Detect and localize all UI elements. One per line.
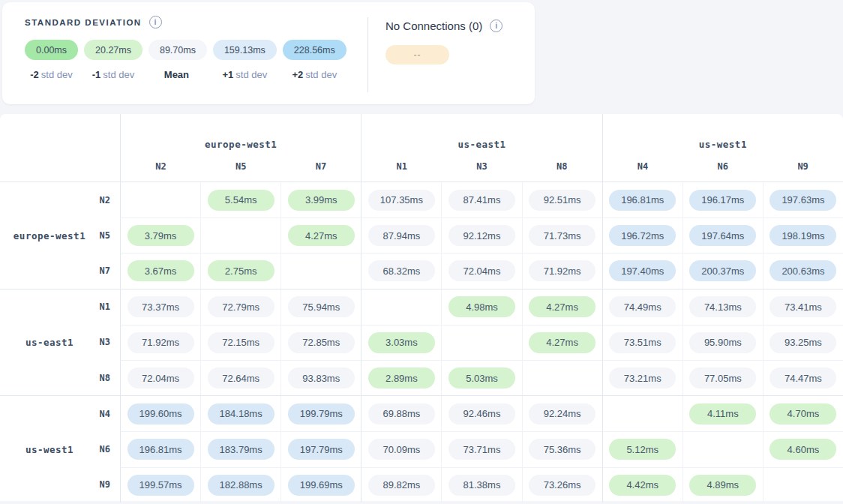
latency-pill: 87.41ms	[448, 190, 515, 211]
latency-cell[interactable]: 200.37ms	[682, 253, 763, 288]
latency-cell[interactable]	[682, 431, 763, 466]
latency-cell[interactable]: 196.17ms	[682, 182, 763, 218]
latency-cell[interactable]: 87.94ms	[361, 218, 441, 253]
latency-cell[interactable]: 2.89ms	[361, 360, 441, 395]
latency-pill: 5.54ms	[208, 190, 274, 211]
latency-cell[interactable]: 71.92ms	[120, 325, 200, 360]
latency-cell[interactable]: 72.85ms	[280, 325, 361, 360]
latency-cell[interactable]: 197.40ms	[602, 253, 682, 288]
latency-cell[interactable]: 200.63ms	[763, 253, 843, 288]
latency-cell[interactable]: 4.42ms	[602, 467, 682, 502]
latency-cell[interactable]: 196.81ms	[120, 431, 200, 466]
latency-cell[interactable]: 73.41ms	[763, 290, 843, 325]
latency-cell[interactable]: 73.21ms	[602, 360, 682, 395]
latency-cell[interactable]	[280, 253, 361, 288]
latency-cell[interactable]: 72.64ms	[200, 360, 280, 395]
latency-cell[interactable]: 92.46ms	[441, 396, 521, 431]
column-region-label: us-west1	[603, 139, 843, 150]
latency-pill: 92.46ms	[448, 404, 515, 424]
latency-cell[interactable]: 71.73ms	[522, 218, 602, 253]
latency-cell[interactable]	[361, 290, 441, 325]
latency-pill: 197.40ms	[609, 260, 676, 281]
latency-cell[interactable]: 4.27ms	[522, 325, 602, 360]
latency-cell[interactable]: 75.94ms	[280, 290, 361, 325]
latency-cell[interactable]: 199.57ms	[120, 467, 200, 502]
latency-cell[interactable]: 93.25ms	[763, 325, 843, 360]
latency-cell[interactable]: 81.38ms	[441, 467, 521, 502]
latency-cell[interactable]: 72.04ms	[120, 360, 200, 395]
latency-cell[interactable]: 72.15ms	[200, 325, 280, 360]
latency-cell[interactable]: 4.11ms	[682, 396, 763, 431]
latency-cell[interactable]: 107.35ms	[361, 182, 441, 218]
latency-cell[interactable]: 74.13ms	[682, 290, 763, 325]
latency-cell[interactable]: 4.27ms	[522, 290, 602, 325]
row-region-label: us-east1	[0, 337, 99, 348]
latency-cell[interactable]	[120, 182, 200, 218]
latency-cell[interactable]: 70.09ms	[361, 431, 441, 466]
latency-cell[interactable]: 73.37ms	[120, 290, 200, 325]
latency-cell[interactable]: 198.19ms	[763, 218, 843, 253]
latency-cell[interactable]: 73.51ms	[602, 325, 682, 360]
latency-cell[interactable]: 2.75ms	[200, 253, 280, 288]
latency-cell[interactable]: 92.24ms	[522, 396, 602, 431]
latency-cell[interactable]: 196.81ms	[602, 182, 682, 218]
latency-cell[interactable]: 196.72ms	[602, 218, 682, 253]
latency-cell[interactable]: 69.88ms	[361, 396, 441, 431]
info-icon[interactable]: i	[490, 20, 502, 32]
latency-pill: 199.60ms	[128, 404, 194, 424]
latency-cell[interactable]: 199.69ms	[280, 467, 361, 502]
latency-cell[interactable]	[602, 396, 682, 431]
latency-cell[interactable]: 74.49ms	[602, 290, 682, 325]
latency-cell[interactable]: 87.41ms	[441, 182, 521, 218]
latency-pill: 73.51ms	[609, 332, 676, 353]
latency-cell[interactable]: 182.88ms	[200, 467, 280, 502]
latency-cell[interactable]: 4.27ms	[280, 218, 361, 253]
info-icon[interactable]: i	[149, 16, 162, 28]
latency-cell[interactable]: 73.71ms	[441, 431, 521, 466]
latency-cell[interactable]: 199.60ms	[120, 396, 200, 431]
latency-cell[interactable]: 95.90ms	[682, 325, 763, 360]
latency-cell[interactable]: 68.32ms	[361, 253, 441, 288]
latency-cell[interactable]: 71.92ms	[522, 253, 602, 288]
latency-cell[interactable]: 92.51ms	[522, 182, 602, 218]
latency-cell[interactable]	[441, 325, 521, 360]
latency-pill: 74.47ms	[770, 368, 836, 388]
latency-cell[interactable]: 4.60ms	[763, 431, 843, 466]
latency-cell[interactable]: 73.26ms	[522, 467, 602, 502]
latency-cell[interactable]	[763, 467, 843, 502]
latency-cell[interactable]: 93.83ms	[280, 360, 361, 395]
latency-cell[interactable]: 72.79ms	[200, 290, 280, 325]
column-group-us-west1: us-west1 N4 N6 N9	[602, 114, 843, 182]
latency-cell[interactable]: 184.18ms	[200, 396, 280, 431]
latency-pill: 182.88ms	[208, 475, 274, 496]
latency-cell[interactable]	[200, 218, 280, 253]
latency-cell[interactable]: 3.67ms	[120, 253, 200, 288]
latency-cell[interactable]: 92.12ms	[441, 218, 521, 253]
latency-cell[interactable]: 5.12ms	[602, 431, 682, 466]
latency-cell[interactable]: 4.98ms	[441, 290, 521, 325]
matrix-row: N7 3.67ms 2.75ms 68.32ms 72.04ms 71.92ms…	[0, 253, 843, 288]
legend-stop-label: -2std dev	[30, 69, 72, 80]
latency-cell[interactable]: 75.36ms	[522, 431, 602, 466]
latency-cell[interactable]: 72.04ms	[441, 253, 521, 288]
latency-cell[interactable]: 74.47ms	[763, 360, 843, 395]
latency-cell[interactable]: 183.79ms	[200, 431, 280, 466]
latency-cell[interactable]: 5.54ms	[200, 182, 280, 218]
latency-cell[interactable]: 3.79ms	[120, 218, 200, 253]
latency-cell[interactable]: 197.79ms	[280, 431, 361, 466]
latency-cell[interactable]: 77.05ms	[682, 360, 763, 395]
matrix-row: N2 5.54ms 3.99ms 107.35ms 87.41ms 92.51m…	[0, 182, 843, 218]
latency-pill: 107.35ms	[368, 190, 435, 211]
latency-cell[interactable]: 89.82ms	[361, 467, 441, 502]
legend-stop-label: Mean	[164, 69, 191, 80]
column-node-label: N4	[603, 161, 683, 172]
latency-cell[interactable]: 199.79ms	[280, 396, 361, 431]
latency-cell[interactable]: 197.63ms	[763, 182, 843, 218]
latency-cell[interactable]: 3.99ms	[280, 182, 361, 218]
latency-cell[interactable]: 197.64ms	[682, 218, 763, 253]
latency-cell[interactable]: 5.03ms	[441, 360, 521, 395]
latency-cell[interactable]: 4.70ms	[763, 396, 843, 431]
latency-cell[interactable]: 4.89ms	[682, 467, 763, 502]
latency-cell[interactable]	[522, 360, 602, 395]
latency-cell[interactable]: 3.03ms	[361, 325, 441, 360]
